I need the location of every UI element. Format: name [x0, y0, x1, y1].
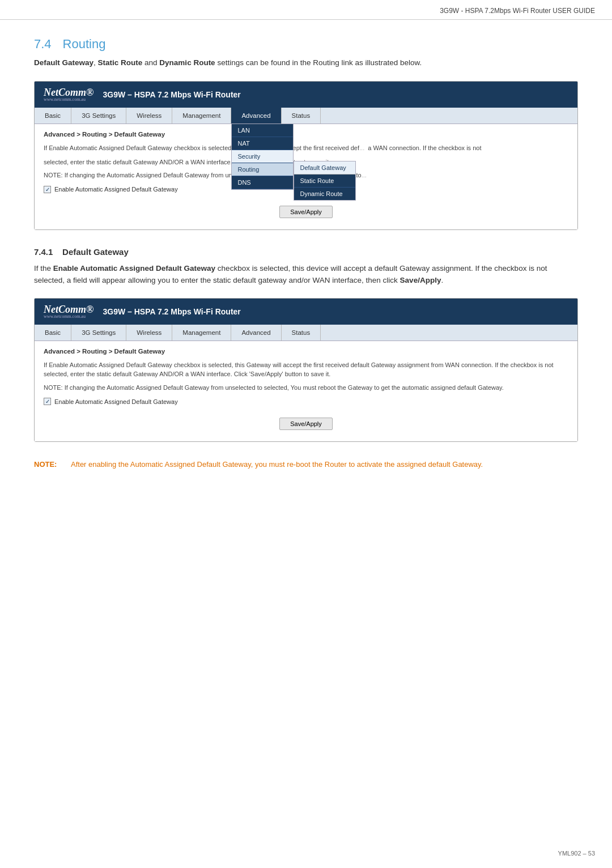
- breadcrumb-2: Advanced > Routing > Default Gateway: [44, 348, 568, 355]
- checkbox-2[interactable]: ✓: [44, 398, 51, 405]
- checkbox-row-2: ✓ Enable Automatic Assigned Default Gate…: [44, 398, 568, 405]
- checkbox-label-2: Enable Automatic Assigned Default Gatewa…: [54, 398, 178, 405]
- checkbox-label-1: Enable Automatic Assigned Default Gatewa…: [54, 186, 178, 193]
- nav-status-2[interactable]: Status: [282, 325, 321, 341]
- router-model-2: 3G9W – HSPA 7.2 Mbps Wi-Fi Router: [103, 307, 240, 316]
- router-ui-1: NetComm® www.netcomm.com.au 3G9W – HSPA …: [34, 81, 578, 229]
- netcomm-logo-1: NetComm® www.netcomm.com.au: [44, 87, 94, 102]
- save-button-2[interactable]: Save/Apply: [279, 418, 333, 430]
- breadcrumb-1: Advanced > Routing > Default Gateway: [44, 131, 568, 138]
- footer-text: YML902 – 53: [558, 850, 595, 857]
- nav-management-1[interactable]: Management: [172, 108, 231, 124]
- router-header-2: NetComm® www.netcomm.com.au 3G9W – HSPA …: [35, 299, 577, 325]
- router-body-2: Advanced > Routing > Default Gateway If …: [35, 341, 577, 441]
- subsection-body-1: If the Enable Automatic Assigned Default…: [34, 262, 578, 287]
- section-heading: Routing: [63, 37, 106, 52]
- save-button-1[interactable]: Save/Apply: [279, 206, 333, 218]
- note-text-2: NOTE: If changing the Automatic Assigned…: [44, 384, 568, 392]
- nav-advanced-1[interactable]: Advanced LAN NAT Security Routing DNS De…: [231, 108, 281, 124]
- sub-dropdown-1: Default Gateway Static Route Dynamic Rou…: [294, 161, 356, 201]
- subsection-number-1: 7.4.1: [34, 247, 53, 257]
- page-header: 3G9W - HSPA 7.2Mbps Wi-Fi Router USER GU…: [0, 0, 612, 20]
- header-title: 3G9W - HSPA 7.2Mbps Wi-Fi Router USER GU…: [440, 7, 595, 15]
- dd-nat[interactable]: NAT: [232, 137, 293, 150]
- dd-security[interactable]: Security: [232, 150, 293, 163]
- nav-wireless-2[interactable]: Wireless: [126, 325, 172, 341]
- router-ui-2: NetComm® www.netcomm.com.au 3G9W – HSPA …: [34, 298, 578, 442]
- save-button-row-1: Save/Apply: [44, 199, 568, 223]
- checkbox-1[interactable]: ✓: [44, 186, 51, 193]
- nav-status-1[interactable]: Status: [282, 108, 321, 124]
- router-model-1: 3G9W – HSPA 7.2 Mbps Wi-Fi Router: [103, 90, 240, 99]
- nav-wireless-1[interactable]: Wireless: [126, 108, 172, 124]
- nav-management-2[interactable]: Management: [172, 325, 231, 341]
- subsection-title-1: 7.4.1 Default Gateway: [34, 247, 578, 257]
- nav-bar-1: Basic 3G Settings Wireless Management Ad…: [35, 108, 577, 124]
- section-number: 7.4: [34, 37, 52, 52]
- intro-text: Default Gateway, Static Route and Dynami…: [34, 57, 578, 69]
- dd-lan[interactable]: LAN: [232, 124, 293, 137]
- note-label: NOTE:: [34, 459, 65, 470]
- note-block: NOTE: After enabling the Automatic Assig…: [34, 459, 578, 470]
- nav-3g-2[interactable]: 3G Settings: [71, 325, 126, 341]
- sub-dd-default-gateway[interactable]: Default Gateway: [294, 161, 355, 175]
- netcomm-logo-2: NetComm® www.netcomm.com.au: [44, 304, 94, 319]
- nav-bar-2: Basic 3G Settings Wireless Management Ad…: [35, 325, 577, 341]
- nav-basic-2[interactable]: Basic: [35, 325, 71, 341]
- save-button-row-2: Save/Apply: [44, 411, 568, 435]
- sub-dd-dynamic-route[interactable]: Dynamic Route: [294, 188, 355, 200]
- page-footer: YML902 – 53: [558, 850, 595, 857]
- dd-dns[interactable]: DNS: [232, 176, 293, 189]
- nav-basic-1[interactable]: Basic: [35, 108, 71, 124]
- body-text-2a: If Enable Automatic Assigned Default Gat…: [44, 360, 568, 379]
- body-text-1a: If Enable Automatic Assigned Default Gat…: [44, 143, 568, 153]
- dd-routing[interactable]: Routing: [232, 163, 293, 176]
- sub-dd-static-route[interactable]: Static Route: [294, 175, 355, 188]
- section-title: 7.4 Routing: [34, 37, 578, 52]
- dropdown-menu-1: LAN NAT Security Routing DNS: [231, 124, 294, 190]
- nav-advanced-2[interactable]: Advanced: [231, 325, 281, 341]
- note-text-block: After enabling the Automatic Assigned De…: [71, 459, 483, 470]
- router-header-1: NetComm® www.netcomm.com.au 3G9W – HSPA …: [35, 82, 577, 108]
- nav-3g-1[interactable]: 3G Settings: [71, 108, 126, 124]
- subsection-heading-1: Default Gateway: [62, 247, 129, 257]
